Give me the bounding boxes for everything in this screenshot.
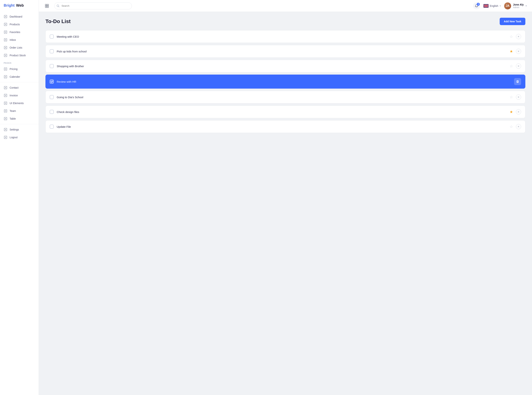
sidebar-label-products: Products bbox=[10, 23, 20, 26]
sidebar-item-table[interactable]: Table bbox=[0, 115, 39, 123]
sidebar-item-logout[interactable]: Logout bbox=[0, 133, 39, 141]
task-actions: ☆ ✕ bbox=[509, 63, 521, 69]
task-text: Pick up kids from school bbox=[57, 50, 506, 53]
avatar: JA bbox=[504, 2, 511, 9]
task-text: Shopping with Brother bbox=[57, 65, 506, 68]
star-button[interactable]: ★ bbox=[509, 49, 514, 54]
remove-task-button[interactable]: ✕ bbox=[516, 34, 521, 39]
language-selector[interactable]: English ▾ bbox=[483, 4, 501, 8]
remove-task-button[interactable]: ✕ bbox=[516, 94, 521, 100]
task-checkbox[interactable] bbox=[50, 95, 54, 99]
sidebar-label-logout: Logout bbox=[10, 136, 17, 139]
svg-rect-45 bbox=[45, 4, 47, 6]
sidebar-label-ui-elements: UI Elements bbox=[10, 102, 24, 105]
calender-icon bbox=[4, 75, 7, 79]
task-actions: ★ ✕ bbox=[509, 109, 521, 115]
task-item: Update File ☆ ✕ bbox=[45, 120, 525, 133]
sidebar-item-product-stock[interactable]: Product Stock bbox=[0, 51, 39, 59]
dashboard-icon bbox=[4, 15, 7, 18]
menu-toggle-button[interactable] bbox=[44, 3, 50, 9]
task-checkbox[interactable] bbox=[50, 80, 54, 84]
user-chevron-icon: ▾ bbox=[526, 5, 527, 7]
svg-rect-48 bbox=[47, 6, 49, 8]
add-new-task-button[interactable]: Add New Task bbox=[500, 18, 525, 25]
language-chevron-icon: ▾ bbox=[500, 5, 501, 7]
main-area: 6 English ▾ JA Jone Aly Admin bbox=[39, 0, 532, 395]
remove-task-button[interactable]: ✕ bbox=[516, 64, 521, 69]
logout-icon bbox=[4, 136, 7, 139]
task-item: Check design files ★ ✕ bbox=[45, 106, 525, 118]
search-bar bbox=[54, 2, 132, 9]
sidebar-item-calender[interactable]: Calender bbox=[0, 73, 39, 81]
star-button[interactable]: ☆ bbox=[509, 63, 514, 69]
search-input[interactable] bbox=[54, 2, 132, 9]
sidebar-label-team: Team bbox=[10, 110, 16, 112]
task-text: Check design files bbox=[57, 110, 506, 114]
sidebar-item-dashboard[interactable]: Dashboard bbox=[0, 13, 39, 21]
sidebar-item-invoice[interactable]: Invoice bbox=[0, 92, 39, 99]
content-area: To-Do List Add New Task Meeting with CEO… bbox=[39, 12, 532, 395]
header-right: 6 English ▾ JA Jone Aly Admin bbox=[473, 2, 527, 9]
sidebar-label-table: Table bbox=[10, 117, 16, 120]
remove-task-button[interactable]: ✕ bbox=[516, 124, 521, 129]
sidebar-item-contact[interactable]: Contact bbox=[0, 84, 39, 92]
notification-button[interactable]: 6 bbox=[473, 2, 480, 9]
sidebar-item-settings[interactable]: Settings bbox=[0, 126, 39, 133]
sidebar: Bright Web Dashboard Products Favorites bbox=[0, 0, 39, 395]
table-icon bbox=[4, 117, 7, 121]
sidebar-label-invoice: Invoice bbox=[10, 94, 18, 97]
sidebar-item-pricing[interactable]: Pricing bbox=[0, 65, 39, 73]
invoice-icon bbox=[4, 93, 7, 97]
task-checkbox[interactable] bbox=[50, 110, 54, 114]
star-button[interactable]: ☆ bbox=[509, 124, 514, 129]
star-button[interactable]: ★ bbox=[509, 109, 514, 115]
sidebar-nav: Dashboard Products Favorites Inbox bbox=[0, 11, 39, 395]
delete-task-button[interactable] bbox=[514, 78, 521, 85]
sidebar-item-order-lists[interactable]: Order Lists bbox=[0, 44, 39, 51]
star-filled-icon: ★ bbox=[510, 49, 513, 54]
search-icon bbox=[56, 5, 60, 7]
user-section[interactable]: JA Jone Aly Admin ▾ bbox=[504, 2, 527, 9]
star-filled-icon: ★ bbox=[510, 110, 513, 114]
sidebar-item-favorites[interactable]: Favorites bbox=[0, 28, 39, 36]
products-icon bbox=[4, 22, 7, 26]
app-logo: Bright Web bbox=[0, 0, 39, 11]
star-empty-icon: ☆ bbox=[510, 95, 513, 99]
sidebar-item-inbox[interactable]: Inbox bbox=[0, 36, 39, 44]
task-checkbox[interactable] bbox=[50, 49, 54, 53]
remove-task-button[interactable]: ✕ bbox=[516, 49, 521, 54]
sidebar-item-products[interactable]: Products bbox=[0, 21, 39, 28]
task-checkbox[interactable] bbox=[50, 125, 54, 129]
task-actions: ☆ ✕ bbox=[509, 94, 521, 100]
user-role: Admin bbox=[513, 6, 524, 9]
pricing-icon bbox=[4, 67, 7, 71]
logo-bright: Bright bbox=[4, 3, 15, 8]
sidebar-label-order-lists: Order Lists bbox=[10, 46, 22, 49]
logo-web: Web bbox=[16, 3, 24, 8]
svg-rect-46 bbox=[47, 4, 49, 6]
task-list: Meeting with CEO ☆ ✕ Pick up kids from s… bbox=[45, 30, 525, 133]
sidebar-label-product-stock: Product Stock bbox=[10, 54, 26, 57]
sidebar-item-ui-elements[interactable]: UI Elements bbox=[0, 99, 39, 107]
ui-elements-icon bbox=[4, 101, 7, 105]
task-checkbox[interactable] bbox=[50, 64, 54, 68]
task-item: Going to Dia's School ☆ ✕ bbox=[45, 91, 525, 103]
remove-task-button[interactable]: ✕ bbox=[516, 109, 521, 115]
page-header: To-Do List Add New Task bbox=[45, 18, 525, 25]
header: 6 English ▾ JA Jone Aly Admin bbox=[39, 0, 532, 12]
sidebar-item-team[interactable]: Team bbox=[0, 107, 39, 115]
favorites-icon bbox=[4, 30, 7, 34]
star-button[interactable]: ☆ bbox=[509, 94, 514, 100]
inbox-icon bbox=[4, 38, 7, 42]
language-label: English bbox=[490, 5, 498, 7]
sidebar-label-contact: Contact bbox=[10, 86, 18, 89]
sidebar-label-dashboard: Dashboard bbox=[10, 15, 22, 18]
sidebar-label-inbox: Inbox bbox=[10, 38, 16, 41]
svg-rect-47 bbox=[45, 6, 47, 8]
task-text: Going to Dia's School bbox=[57, 96, 506, 99]
star-empty-icon: ☆ bbox=[510, 64, 513, 68]
star-button[interactable]: ☆ bbox=[509, 34, 514, 39]
sidebar-label-settings: Settings bbox=[10, 128, 19, 131]
pages-section-label: PAGES bbox=[0, 59, 39, 65]
task-checkbox[interactable] bbox=[50, 34, 54, 38]
